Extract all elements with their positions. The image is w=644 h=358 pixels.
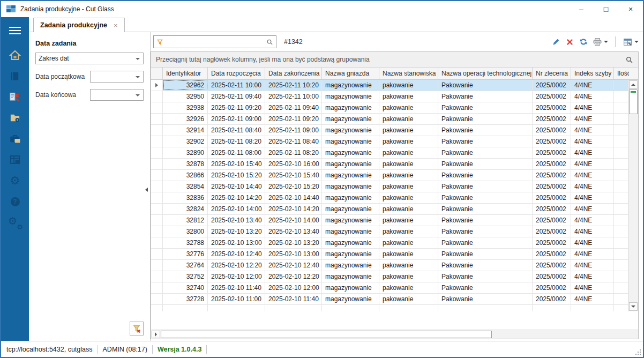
- delete-button[interactable]: [565, 38, 574, 47]
- table-row[interactable]: 328362025-02-10 14:202025-02-10 14:40mag…: [151, 192, 628, 204]
- scroll-up-button[interactable]: [629, 80, 638, 89]
- sidebar-item-settings[interactable]: ⚙: [7, 174, 23, 188]
- cell: 2025/0002: [533, 192, 571, 203]
- column-header[interactable]: Data rozpoczęcia: [208, 68, 265, 79]
- table-row[interactable]: 327642025-02-10 12:202025-02-10 12:40mag…: [151, 260, 628, 271]
- row-indicator: [151, 226, 163, 237]
- sidebar-item-administration[interactable]: ⚙⚙: [7, 215, 23, 229]
- sidebar-item-orders[interactable]: [7, 111, 23, 125]
- column-header[interactable]: Nazwa operacji technologicznej: [438, 68, 533, 79]
- vertical-scrollbar[interactable]: [628, 80, 638, 311]
- vertical-scroll-thumb[interactable]: [629, 89, 638, 114]
- maximize-button[interactable]: □: [594, 1, 618, 17]
- sidebar-item-production-tasks[interactable]: [7, 90, 23, 104]
- cell: Pakowanie: [438, 136, 533, 147]
- group-by-panel[interactable]: Przeciągnij tutaj nagłówek kolumny, jeśl…: [151, 52, 638, 68]
- column-header[interactable]: Nazwa stanowiska: [379, 68, 438, 79]
- table-row[interactable]: 327282025-02-10 11:002025-02-10 11:40mag…: [151, 294, 628, 305]
- table-row[interactable]: 329262025-02-11 09:002025-02-11 09:20mag…: [151, 114, 628, 125]
- cell: 2025-02-11 10:00: [208, 80, 265, 91]
- table-row[interactable]: 328542025-02-10 14:402025-02-10 15:20mag…: [151, 181, 628, 192]
- minimize-button[interactable]: –: [569, 1, 594, 17]
- column-header[interactable]: Nazwa gniazda: [322, 68, 379, 79]
- cell: 2025/0002: [533, 181, 571, 192]
- column-header[interactable]: Data zakończenia: [265, 68, 322, 79]
- table-row[interactable]: 329022025-02-11 08:202025-02-11 08:40mag…: [151, 136, 628, 147]
- resize-grip[interactable]: [635, 349, 641, 355]
- tab-close-icon[interactable]: ×: [114, 21, 118, 29]
- document-arrows-icon: [9, 92, 21, 102]
- scroll-right-button[interactable]: [152, 331, 160, 338]
- cell: [614, 125, 629, 136]
- clear-filter-button[interactable]: [130, 322, 144, 335]
- cell: 4/4NE: [571, 237, 614, 248]
- sidebar-item-reports[interactable]: [7, 153, 23, 167]
- column-header[interactable]: Indeks szyby: [571, 68, 614, 79]
- cell: 2025/0002: [533, 147, 571, 158]
- cell: [614, 249, 629, 259]
- cell: Pakowanie: [438, 282, 533, 293]
- scroll-down-button[interactable]: [629, 302, 638, 311]
- edit-button[interactable]: [551, 38, 560, 47]
- table-row[interactable]: 328902025-02-11 08:002025-02-11 08:20mag…: [151, 147, 628, 159]
- table-row[interactable]: 329382025-02-11 09:202025-02-11 09:40mag…: [151, 102, 628, 114]
- print-button[interactable]: [593, 38, 608, 47]
- cell: 2025-02-10 13:20: [265, 237, 322, 248]
- table-row[interactable]: 327402025-02-10 11:402025-02-10 12:00mag…: [151, 282, 628, 294]
- cell: pakowanie: [379, 237, 438, 248]
- cell: 32890: [163, 147, 208, 158]
- sidebar-item-help[interactable]: ?: [7, 195, 23, 208]
- cell: 2025/0002: [533, 282, 571, 293]
- cell: magazynowanie: [322, 237, 379, 248]
- sidebar-item-documents[interactable]: [7, 69, 23, 83]
- statusbar-separator: [206, 345, 207, 354]
- table-row[interactable]: 327522025-02-10 12:002025-02-10 12:20mag…: [151, 271, 628, 282]
- column-header[interactable]: Ilość o: [614, 68, 629, 79]
- end-date-input[interactable]: [90, 89, 144, 101]
- table-row[interactable]: 327882025-02-10 13:002025-02-10 13:20mag…: [151, 237, 628, 249]
- collapse-panel-arrow[interactable]: [145, 188, 148, 192]
- date-range-select[interactable]: Zakres dat: [35, 53, 144, 64]
- table-row[interactable]: 328782025-02-10 15:402025-02-10 16:00mag…: [151, 159, 628, 170]
- search-input[interactable]: [166, 38, 266, 46]
- column-header[interactable]: Identyfikator: [163, 68, 208, 79]
- table-row[interactable]: 329622025-02-11 10:002025-02-11 10:20mag…: [151, 80, 628, 91]
- sidebar-item-warehouse[interactable]: [7, 132, 23, 146]
- cell: 2025-02-10 16:00: [265, 159, 322, 169]
- cell: [614, 114, 629, 124]
- statusbar-separator: [98, 345, 98, 354]
- grid-empty-space: [151, 311, 638, 330]
- table-row[interactable]: 328662025-02-10 15:202025-02-10 15:40mag…: [151, 170, 628, 181]
- cell: 4/4NE: [571, 147, 614, 158]
- cell: Pakowanie: [438, 204, 533, 214]
- table-row[interactable]: 329502025-02-11 09:402025-02-11 10:00mag…: [151, 91, 628, 102]
- cell: 4/4NE: [571, 215, 614, 226]
- cell: 2025-02-10 15:20: [208, 170, 265, 181]
- search-box[interactable]: [153, 35, 276, 48]
- cell: magazynowanie: [322, 282, 379, 293]
- search-icon[interactable]: [625, 56, 633, 64]
- cell: 32764: [163, 260, 208, 271]
- cell: 4/4NE: [571, 260, 614, 271]
- column-header[interactable]: Nr zlecenia: [533, 68, 571, 79]
- sidebar-item-home[interactable]: [7, 48, 23, 62]
- horizontal-scroll-thumb[interactable]: [161, 331, 492, 338]
- table-row[interactable]: 328122025-02-10 13:402025-02-10 14:00mag…: [151, 215, 628, 226]
- table-row[interactable]: 327762025-02-10 12:402025-02-10 13:00mag…: [151, 249, 628, 260]
- cell: 2025/0002: [533, 260, 571, 271]
- tab-zadania-produkcyjne[interactable]: Zadania produkcyjne ×: [33, 18, 125, 32]
- chevron-down-icon: [136, 76, 140, 78]
- row-indicator: [151, 282, 163, 293]
- close-button[interactable]: ×: [618, 1, 643, 17]
- start-date-input[interactable]: [90, 71, 144, 83]
- table-row[interactable]: 329142025-02-11 08:402025-02-11 09:00mag…: [151, 125, 628, 136]
- sidebar-item-menu[interactable]: [7, 24, 23, 38]
- grid-settings-button[interactable]: [623, 38, 639, 47]
- refresh-button[interactable]: [579, 38, 588, 46]
- table-row[interactable]: 328002025-02-10 13:202025-02-10 13:40mag…: [151, 226, 628, 237]
- cell: Pakowanie: [438, 294, 533, 304]
- horizontal-scrollbar[interactable]: [151, 330, 638, 339]
- cell: pakowanie: [379, 125, 438, 136]
- cell: pakowanie: [379, 170, 438, 181]
- table-row[interactable]: 328242025-02-10 14:002025-02-10 14:20mag…: [151, 204, 628, 215]
